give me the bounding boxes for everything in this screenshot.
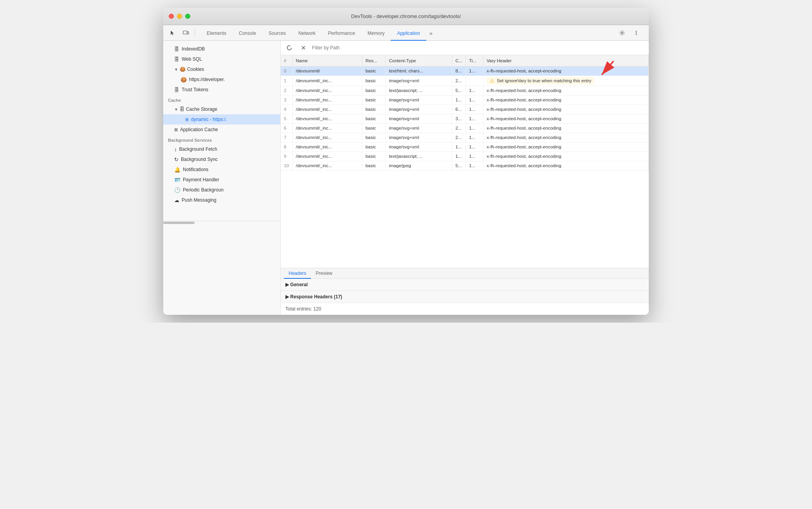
sidebar-item-indexeddb[interactable]: 🗄 IndexedDB	[163, 44, 280, 54]
bottom-panel: Headers Preview ▶ General ▶ Response Hea…	[281, 268, 649, 315]
sidebar-label-periodic-bg: Periodic Backgroun	[183, 187, 224, 193]
cell-name: /devsummit/	[292, 66, 362, 76]
tab-performance[interactable]: Performance	[322, 26, 361, 40]
sidebar-item-cookies-url[interactable]: 🍪 https://developer.	[163, 74, 280, 85]
sidebar-item-bg-fetch[interactable]: ↕ Background Fetch	[163, 144, 280, 154]
sidebar-item-dynamic-cache[interactable]: ⊞ dynamic - https:/.	[163, 114, 280, 125]
sidebar-item-periodic-bg[interactable]: 🕐 Periodic Backgroun	[163, 185, 280, 195]
minimize-button[interactable]	[177, 14, 182, 19]
sidebar-item-cookies[interactable]: ▼ 🍪 Cookies	[163, 64, 280, 74]
cell-res: basic	[362, 105, 386, 114]
col-header-name[interactable]: Name	[292, 55, 362, 66]
svg-rect-0	[183, 31, 187, 34]
table-row[interactable]: 6 /devsummit/_inc... basic image/svg+xml…	[281, 123, 649, 133]
cell-num: 4	[281, 105, 292, 114]
tab-memory[interactable]: Memory	[361, 26, 391, 40]
sidebar-item-bg-sync[interactable]: ↻ Background Sync	[163, 154, 280, 164]
table-row[interactable]: 0 /devsummit/ basic text/html; chars... …	[281, 66, 649, 76]
tab-application[interactable]: Application	[391, 26, 426, 40]
total-entries-text: Total entries: 120	[285, 306, 321, 312]
col-header-vary[interactable]: Vary Header	[484, 55, 649, 66]
sidebar-label-indexeddb: IndexedDB	[182, 46, 205, 52]
total-entries-row: Total entries: 120	[281, 303, 649, 315]
menu-button[interactable]	[630, 27, 642, 38]
sidebar-item-payment-handler[interactable]: 🪪 Payment Handler	[163, 175, 280, 185]
cell-vary: x-fh-requested-host, accept-encoding	[484, 133, 649, 142]
titlebar: DevTools - developer.chrome.com/tags/dev…	[163, 8, 649, 25]
col-header-content-type[interactable]: Content-Type	[386, 55, 452, 66]
clear-button[interactable]	[298, 42, 309, 53]
cache-section-label: Cache	[163, 95, 280, 104]
cell-c: 8...	[452, 66, 466, 76]
cell-vary: x-fh-requested-host, accept-encoding	[484, 142, 649, 152]
cell-num: 1	[281, 76, 292, 86]
cell-name: /devsummit/_inc...	[292, 76, 362, 86]
table-row[interactable]: 3 /devsummit/_inc... basic image/svg+xml…	[281, 95, 649, 105]
filter-input[interactable]	[312, 45, 646, 51]
cell-res: basic	[362, 76, 386, 86]
table-row[interactable]: 8 /devsummit/_inc... basic image/svg+xml…	[281, 142, 649, 152]
sidebar-label-websql: Web SQL	[182, 56, 202, 62]
sidebar-item-app-cache[interactable]: ⊞ Application Cache	[163, 125, 280, 135]
cell-ti: 1...	[466, 114, 484, 123]
sidebar-scrollbar[interactable]	[163, 221, 280, 224]
cell-c: 1...	[452, 142, 466, 152]
table-row[interactable]: 5 /devsummit/_inc... basic image/svg+xml…	[281, 114, 649, 123]
cell-vary: x-fh-requested-host, accept-encoding	[484, 95, 649, 105]
cell-content-type: text/html; chars...	[386, 66, 452, 76]
table-row[interactable]: 7 /devsummit/_inc... basic image/svg+xml…	[281, 133, 649, 142]
sidebar-label-bg-fetch: Background Fetch	[179, 146, 217, 152]
col-header-res[interactable]: Res...	[362, 55, 386, 66]
cell-vary: x-fh-requested-host, accept-encoding	[484, 66, 649, 76]
tab-sources[interactable]: Sources	[262, 26, 292, 40]
cell-ti	[466, 76, 484, 86]
table-row[interactable]: 10 /devsummit/_inc... basic image/jpeg 5…	[281, 161, 649, 170]
maximize-button[interactable]	[185, 14, 190, 19]
sidebar-item-cache-storage[interactable]: ▼ 🗄 Cache Storage	[163, 104, 280, 114]
cell-content-type: image/svg+xml	[386, 76, 452, 86]
sidebar-item-trust-tokens[interactable]: 🗄 Trust Tokens	[163, 85, 280, 95]
sidebar-scroll-thumb[interactable]	[163, 222, 195, 224]
table-row[interactable]: 4 /devsummit/_inc... basic image/svg+xml…	[281, 105, 649, 114]
cell-res: basic	[362, 133, 386, 142]
table-row[interactable]: 1 /devsummit/_inc... basic image/svg+xml…	[281, 76, 649, 86]
tab-console[interactable]: Console	[233, 26, 262, 40]
col-header-c[interactable]: C...	[452, 55, 466, 66]
refresh-button[interactable]	[284, 42, 295, 53]
tooltip-message: Set ignoreVary to true when matching thi…	[497, 78, 591, 83]
right-content: # Name Res... Content-Type C... Ti... Va…	[281, 41, 649, 315]
settings-button[interactable]	[616, 27, 628, 38]
cell-vary: x-fh-requested-host, accept-encoding	[484, 161, 649, 170]
cell-vary: x-fh-requested-host, accept-encoding	[484, 114, 649, 123]
svg-point-2	[621, 32, 623, 34]
sidebar-item-websql[interactable]: 🗄 Web SQL	[163, 54, 280, 64]
tab-preview[interactable]: Preview	[311, 268, 337, 278]
cell-res: basic	[362, 86, 386, 95]
more-tabs-button[interactable]: »	[426, 26, 436, 40]
close-button[interactable]	[169, 14, 174, 19]
bottom-tab-bar: Headers Preview	[281, 268, 649, 279]
cell-vary: x-fh-requested-host, accept-encoding	[484, 105, 649, 114]
col-header-ti[interactable]: Ti...	[466, 55, 484, 66]
cell-vary: x-fh-requested-host, accept-encoding	[484, 123, 649, 133]
cursor-tool-button[interactable]	[166, 27, 179, 38]
device-toggle-button[interactable]	[180, 27, 192, 38]
cache-table: # Name Res... Content-Type C... Ti... Va…	[281, 55, 649, 171]
cell-vary: x-fh-requested-host, accept-encoding	[484, 86, 649, 95]
sidebar-label-trust-tokens: Trust Tokens	[182, 87, 208, 92]
sidebar-label-cache-storage: Cache Storage	[186, 106, 217, 112]
cell-name: /devsummit/_inc...	[292, 142, 362, 152]
cell-ti: 1...	[466, 66, 484, 76]
sidebar-item-notifications[interactable]: 🔔 Notifications	[163, 164, 280, 175]
cell-num: 5	[281, 114, 292, 123]
tab-network[interactable]: Network	[292, 26, 322, 40]
cell-res: basic	[362, 114, 386, 123]
table-row[interactable]: 9 /devsummit/_inc... basic text/javascri…	[281, 152, 649, 161]
table-row[interactable]: 2 /devsummit/_inc... basic text/javascri…	[281, 86, 649, 95]
tab-headers[interactable]: Headers	[284, 268, 311, 278]
tab-elements[interactable]: Elements	[200, 26, 233, 40]
general-section[interactable]: ▶ General	[281, 279, 649, 291]
sidebar-item-push-messaging[interactable]: ☁ Push Messaging	[163, 195, 280, 205]
response-headers-section[interactable]: ▶ Response Headers (17)	[281, 291, 649, 303]
cell-name: /devsummit/_inc...	[292, 161, 362, 170]
